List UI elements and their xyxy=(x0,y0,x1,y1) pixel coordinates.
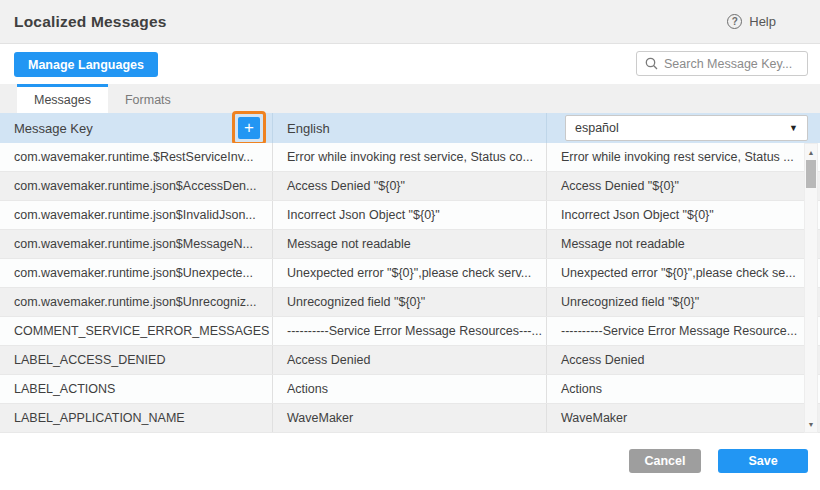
help-link[interactable]: ? Help xyxy=(727,14,776,29)
cell-translation[interactable]: WaveMaker xyxy=(547,404,820,432)
column-header-english: English xyxy=(273,113,547,143)
message-key-header-label: Message Key xyxy=(14,121,93,136)
add-message-key-button[interactable]: + xyxy=(238,117,260,139)
cell-translation[interactable]: Incorrect Json Object "${0}" xyxy=(547,201,820,229)
help-label: Help xyxy=(749,14,776,29)
cell-translation[interactable]: Message not readable xyxy=(547,230,820,258)
messages-table: Message Key + English español ▼ com.wave… xyxy=(0,113,820,433)
dialog-footer: Cancel Save xyxy=(0,433,820,490)
scroll-down-icon[interactable]: ▼ xyxy=(805,418,817,430)
page-title: Localized Messages xyxy=(14,13,167,31)
table-row: com.wavemaker.runtime.json$InvalidJson..… xyxy=(0,201,820,230)
cell-message-key[interactable]: com.wavemaker.runtime.json$MessageN... xyxy=(0,230,273,258)
table-row: LABEL_ACCESS_DENIED Access Denied Access… xyxy=(0,346,820,375)
cell-message-key[interactable]: com.wavemaker.runtime.json$Unrecogniz... xyxy=(0,288,273,316)
scrollbar-thumb[interactable] xyxy=(806,160,816,188)
search-box xyxy=(636,51,808,76)
help-icon: ? xyxy=(727,14,742,29)
cell-english[interactable]: Unrecognized field "${0}" xyxy=(273,288,547,316)
cell-message-key[interactable]: LABEL_ACCESS_DENIED xyxy=(0,346,273,374)
cell-message-key[interactable]: com.wavemaker.runtime.json$InvalidJson..… xyxy=(0,201,273,229)
table-row: LABEL_ACTIONS Actions Actions xyxy=(0,375,820,404)
cell-english[interactable]: WaveMaker xyxy=(273,404,547,432)
english-header-label: English xyxy=(287,121,330,136)
table-row: com.wavemaker.runtime.json$Unrecogniz...… xyxy=(0,288,820,317)
table-row: com.wavemaker.runtime.$RestServiceInv...… xyxy=(0,143,820,172)
tab-bar: Messages Formats xyxy=(0,84,820,113)
search-icon xyxy=(645,57,658,70)
table-header: Message Key + English español ▼ xyxy=(0,113,820,143)
cell-english[interactable]: Unexpected error "${0}",please check ser… xyxy=(273,259,547,287)
tab-messages[interactable]: Messages xyxy=(17,84,108,113)
dialog-titlebar: Localized Messages ? Help xyxy=(0,0,820,44)
language-select-value: español xyxy=(575,121,619,135)
cell-english[interactable]: Access Denied xyxy=(273,346,547,374)
cell-english[interactable]: Actions xyxy=(273,375,547,403)
cell-translation[interactable]: Unrecognized field "${0}" xyxy=(547,288,820,316)
cell-english[interactable]: ----------Service Error Message Resource… xyxy=(273,317,547,345)
tab-formats[interactable]: Formats xyxy=(108,84,188,113)
table-row: com.wavemaker.runtime.json$MessageN... M… xyxy=(0,230,820,259)
cancel-button[interactable]: Cancel xyxy=(629,449,701,473)
add-key-highlight: + xyxy=(232,111,266,145)
manage-languages-button[interactable]: Manage Languages xyxy=(14,52,158,77)
column-header-language: español ▼ xyxy=(547,113,820,143)
cell-message-key[interactable]: LABEL_APPLICATION_NAME xyxy=(0,404,273,432)
cell-translation[interactable]: Actions xyxy=(547,375,820,403)
cell-english[interactable]: Error while invoking rest service, Statu… xyxy=(273,143,547,171)
cell-translation[interactable]: Access Denied "${0}" xyxy=(547,172,820,200)
cell-message-key[interactable]: LABEL_ACTIONS xyxy=(0,375,273,403)
cell-translation[interactable]: Unexpected error "${0}",please check se.… xyxy=(547,259,820,287)
column-header-message-key: Message Key + xyxy=(0,113,273,143)
table-scrollbar[interactable]: ▲ ▼ xyxy=(804,143,818,433)
table-row: LABEL_APPLICATION_NAME WaveMaker WaveMak… xyxy=(0,404,820,433)
scroll-up-icon[interactable]: ▲ xyxy=(805,146,817,158)
table-row: com.wavemaker.runtime.json$AccessDen... … xyxy=(0,172,820,201)
cell-translation[interactable]: Error while invoking rest service, Statu… xyxy=(547,143,820,171)
toolbar: Manage Languages xyxy=(0,44,820,84)
cell-translation[interactable]: ----------Service Error Message Resource… xyxy=(547,317,820,345)
cell-english[interactable]: Message not readable xyxy=(273,230,547,258)
plus-icon: + xyxy=(244,118,254,138)
cell-translation[interactable]: Access Denied xyxy=(547,346,820,374)
save-button[interactable]: Save xyxy=(718,449,808,473)
cell-english[interactable]: Incorrect Json Object "${0}" xyxy=(273,201,547,229)
cell-message-key[interactable]: com.wavemaker.runtime.json$Unexpecte... xyxy=(0,259,273,287)
cell-message-key[interactable]: COMMENT_SERVICE_ERROR_MESSAGES xyxy=(0,317,273,345)
search-input[interactable] xyxy=(664,57,799,71)
cell-english[interactable]: Access Denied "${0}" xyxy=(273,172,547,200)
chevron-down-icon: ▼ xyxy=(789,123,798,133)
table-row: COMMENT_SERVICE_ERROR_MESSAGES ---------… xyxy=(0,317,820,346)
language-select[interactable]: español ▼ xyxy=(565,115,808,141)
cell-message-key[interactable]: com.wavemaker.runtime.json$AccessDen... xyxy=(0,172,273,200)
table-row: com.wavemaker.runtime.json$Unexpecte... … xyxy=(0,259,820,288)
table-body: com.wavemaker.runtime.$RestServiceInv...… xyxy=(0,143,820,433)
cell-message-key[interactable]: com.wavemaker.runtime.$RestServiceInv... xyxy=(0,143,273,171)
